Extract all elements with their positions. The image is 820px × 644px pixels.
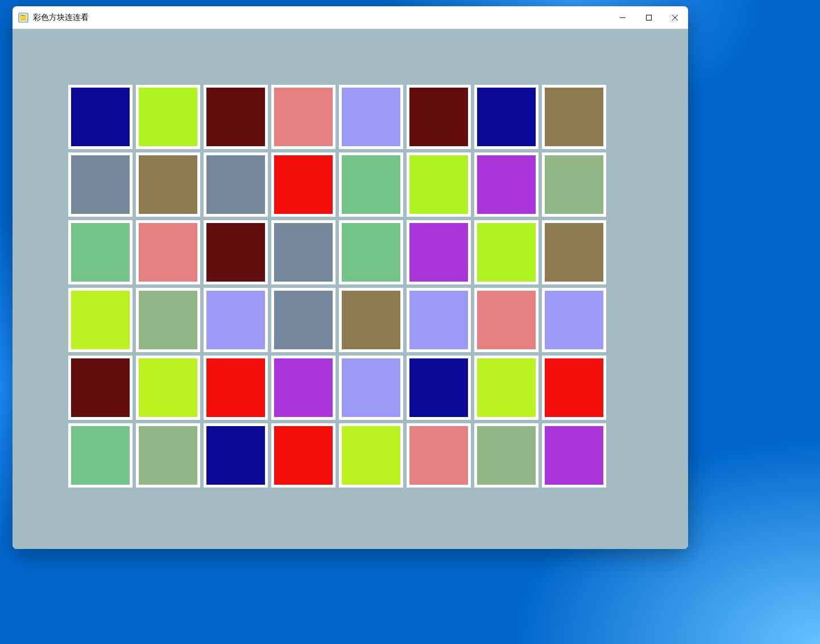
tile[interactable] [407, 152, 471, 217]
tile[interactable] [339, 220, 403, 284]
tile-color [139, 223, 197, 282]
maximize-button[interactable] [636, 6, 662, 29]
titlebar[interactable]: 彩色方块连连看 [13, 6, 688, 29]
tile-color [409, 358, 468, 417]
tile[interactable] [68, 356, 132, 420]
tile[interactable] [339, 423, 403, 488]
tile[interactable] [339, 288, 403, 352]
tile[interactable] [271, 288, 336, 352]
tile[interactable] [474, 288, 539, 352]
tile-color [139, 291, 197, 349]
tile-color [139, 88, 197, 146]
close-button[interactable] [662, 6, 688, 29]
tile[interactable] [204, 152, 268, 217]
tile[interactable] [407, 288, 471, 352]
tile-color [71, 88, 130, 146]
tile[interactable] [339, 356, 403, 420]
svg-rect-3 [647, 15, 652, 20]
tile-color [409, 155, 468, 214]
tile[interactable] [136, 356, 200, 420]
tile[interactable] [68, 85, 132, 149]
tile-color [274, 88, 333, 146]
tile-color [206, 426, 265, 485]
tile[interactable] [271, 423, 336, 488]
tile[interactable] [542, 288, 606, 352]
tile-color [477, 291, 536, 349]
tile[interactable] [68, 220, 132, 284]
tile[interactable] [136, 288, 200, 352]
tile-color [342, 88, 400, 146]
game-board [13, 29, 688, 549]
tile[interactable] [474, 220, 539, 284]
tile[interactable] [204, 423, 268, 488]
tile-color [71, 155, 130, 214]
tile[interactable] [271, 220, 336, 284]
tile[interactable] [474, 356, 539, 420]
tile-color [409, 291, 468, 349]
window-title: 彩色方块连连看 [33, 13, 89, 23]
tile[interactable] [407, 356, 471, 420]
tile[interactable] [68, 152, 132, 217]
tile-color [477, 426, 536, 485]
tile[interactable] [542, 152, 606, 217]
tile-color [274, 291, 333, 349]
tile[interactable] [474, 152, 539, 217]
tile-color [545, 223, 603, 282]
tile-grid [67, 83, 608, 489]
tile[interactable] [204, 220, 268, 284]
tile-color [139, 358, 197, 417]
tile[interactable] [136, 423, 200, 488]
tile[interactable] [204, 356, 268, 420]
tile[interactable] [68, 423, 132, 488]
tile-color [206, 88, 265, 146]
tile[interactable] [136, 220, 200, 284]
tile[interactable] [542, 85, 606, 149]
tile[interactable] [136, 152, 200, 217]
tile-color [342, 223, 400, 282]
tile[interactable] [407, 220, 471, 284]
tile-color [409, 88, 468, 146]
tile-color [139, 426, 197, 485]
tile-color [477, 155, 536, 214]
tile[interactable] [542, 220, 606, 284]
tile-color [342, 358, 400, 417]
tile[interactable] [204, 85, 268, 149]
tile[interactable] [407, 85, 471, 149]
tile[interactable] [474, 85, 539, 149]
tile[interactable] [542, 423, 606, 488]
tile-color [409, 223, 468, 282]
tile-color [477, 223, 536, 282]
tile-color [342, 291, 400, 349]
minimize-button[interactable] [610, 6, 636, 29]
tile[interactable] [136, 85, 200, 149]
tile-color [206, 291, 265, 349]
tile-color [71, 358, 130, 417]
tile-color [477, 88, 536, 146]
tile-color [274, 223, 333, 282]
tile[interactable] [474, 423, 539, 488]
tile-color [545, 291, 603, 349]
tile-color [545, 358, 603, 417]
tile[interactable] [204, 288, 268, 352]
tile-color [206, 155, 265, 214]
tile-color [71, 291, 130, 349]
tile-color [477, 358, 536, 417]
app-window: 彩色方块连连看 [13, 6, 688, 549]
tile-color [206, 358, 265, 417]
tile[interactable] [68, 288, 132, 352]
tile-color [545, 155, 603, 214]
tile-color [274, 426, 333, 485]
tile[interactable] [339, 85, 403, 149]
maximize-icon [646, 15, 652, 20]
tile-color [342, 426, 400, 485]
tile[interactable] [542, 356, 606, 420]
close-icon [672, 15, 678, 20]
tile[interactable] [339, 152, 403, 217]
tile[interactable] [407, 423, 471, 488]
tile[interactable] [271, 152, 336, 217]
tile-color [409, 426, 468, 485]
tile-color [274, 155, 333, 214]
tile-color [274, 358, 333, 417]
tile[interactable] [271, 356, 336, 420]
tile[interactable] [271, 85, 336, 149]
